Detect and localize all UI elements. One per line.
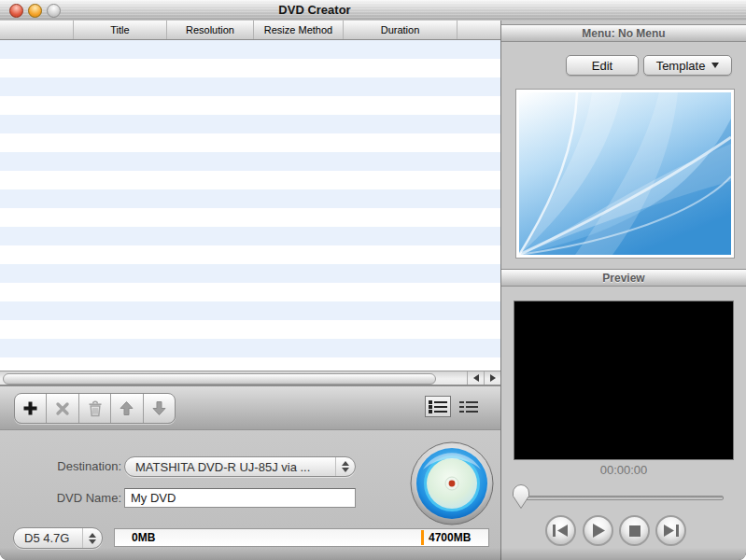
play-icon	[592, 524, 605, 538]
menu-template-thumbnail	[515, 89, 735, 259]
used-size: 0MB	[132, 531, 155, 544]
template-art	[519, 92, 731, 255]
toolbar	[0, 385, 500, 429]
playback-time: 00:00:00	[501, 463, 746, 477]
video-preview-area	[514, 301, 734, 460]
media-list-pane: Title Resolution Resize Method Duration	[0, 21, 500, 560]
zoom-button[interactable]	[47, 4, 61, 18]
dvd-creator-window: DVD Creator Title Resolution Resize Meth…	[0, 0, 746, 560]
destination-label: Destination:	[17, 459, 121, 473]
burn-button[interactable]	[410, 441, 494, 525]
column-header-thumbnail[interactable]	[0, 21, 74, 39]
plus-icon	[22, 400, 38, 416]
edit-button-group	[14, 393, 176, 424]
stepper-up-icon	[342, 461, 349, 466]
preview-header-label: Preview	[602, 272, 644, 285]
title-bar: DVD Creator	[0, 0, 746, 21]
scroll-left-icon	[473, 374, 479, 382]
capacity-total: 4700MB	[429, 531, 471, 544]
seek-slider-thumb[interactable]	[512, 483, 530, 510]
arrow-up-icon	[119, 400, 134, 416]
dropdown-arrow-icon	[711, 63, 719, 68]
move-up-button[interactable]	[111, 394, 143, 423]
disc-type-popup[interactable]: D5 4.7G	[13, 527, 103, 549]
remove-file-button[interactable]	[47, 394, 78, 423]
stepper-down-icon	[89, 539, 96, 544]
stepper-down-icon	[342, 468, 349, 472]
stepper-up-icon	[89, 533, 96, 538]
edit-button-label: Edit	[592, 59, 612, 73]
scrollbar-thumb[interactable]	[3, 373, 436, 385]
destination-value: MATSHITA DVD-R UJ-85J via ...	[125, 460, 335, 474]
seek-slider-track[interactable]	[517, 496, 724, 500]
capacity-bar: 0MB 4700MB	[114, 528, 489, 547]
burn-settings-panel: Destination: MATSHITA DVD-R UJ-85J via .…	[0, 429, 500, 560]
delete-all-button[interactable]	[79, 394, 111, 423]
scroll-right-icon	[490, 374, 496, 382]
titlebar-pinstripes	[0, 0, 746, 21]
template-button[interactable]: Template	[643, 55, 732, 76]
horizontal-scrollbar[interactable]	[0, 371, 500, 385]
menu-preview-pane: Menu: No Menu Edit Template	[500, 21, 746, 560]
list-view-icon	[458, 399, 479, 414]
x-icon	[55, 401, 70, 416]
stop-icon	[629, 525, 640, 537]
close-button[interactable]	[9, 4, 23, 18]
column-header-resize-method[interactable]: Resize Method	[254, 21, 344, 39]
destination-stepper	[335, 457, 355, 476]
move-down-button[interactable]	[144, 394, 175, 423]
previous-button[interactable]	[545, 515, 576, 546]
burn-disc-icon	[410, 441, 494, 525]
play-button[interactable]	[583, 515, 613, 546]
detail-view-icon	[428, 399, 448, 414]
next-button[interactable]	[655, 515, 686, 546]
menu-header-label: Menu: No Menu	[582, 27, 665, 40]
table-header: Title Resolution Resize Method Duration	[0, 21, 500, 40]
column-header-spacer	[457, 21, 500, 39]
stop-button[interactable]	[619, 515, 650, 546]
menu-panel-header: Menu: No Menu	[501, 24, 746, 42]
disc-type-stepper	[82, 528, 102, 548]
media-table-body[interactable]	[0, 40, 500, 371]
disc-type-value: D5 4.7G	[14, 531, 82, 545]
add-file-button[interactable]	[15, 394, 47, 423]
destination-popup[interactable]: MATSHITA DVD-R UJ-85J via ...	[124, 456, 356, 477]
skip-back-icon	[552, 525, 570, 537]
scroll-left-button[interactable]	[467, 371, 484, 385]
skip-forward-icon	[662, 525, 680, 537]
column-header-title[interactable]: Title	[74, 21, 167, 39]
detail-view-toggle[interactable]	[425, 396, 451, 417]
minimize-button[interactable]	[28, 4, 42, 18]
trash-icon	[88, 400, 103, 417]
list-view-toggle[interactable]	[456, 396, 482, 417]
dvd-name-label: DVD Name:	[17, 491, 121, 505]
preview-panel-header: Preview	[501, 269, 746, 287]
window-title: DVD Creator	[278, 3, 350, 17]
capacity-marker	[421, 530, 424, 545]
column-header-duration[interactable]: Duration	[344, 21, 457, 39]
column-header-resolution[interactable]: Resolution	[167, 21, 254, 39]
arrow-down-icon	[151, 400, 167, 416]
dvd-name-input[interactable]	[124, 488, 356, 508]
edit-button[interactable]: Edit	[566, 55, 639, 76]
scroll-right-button[interactable]	[484, 371, 500, 385]
template-button-label: Template	[656, 59, 706, 73]
slider-thumb-icon	[512, 483, 530, 510]
